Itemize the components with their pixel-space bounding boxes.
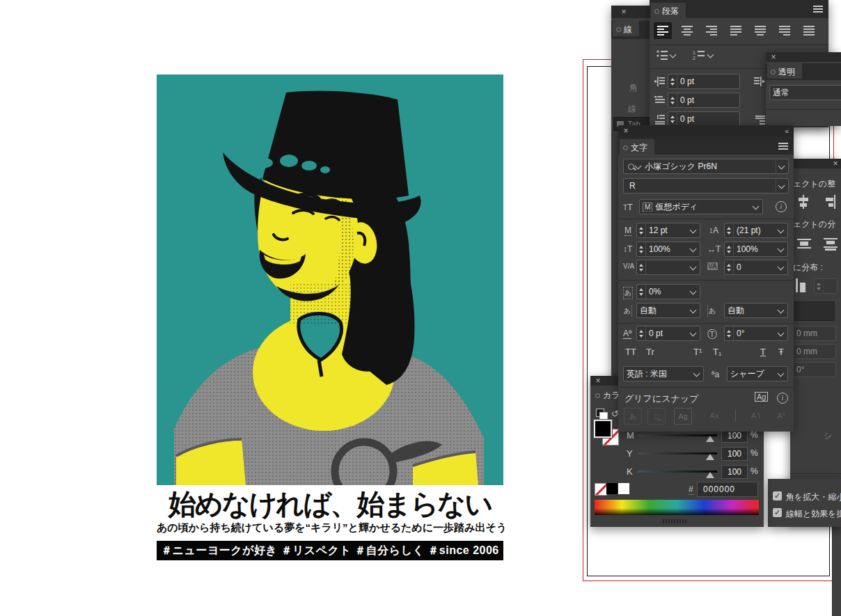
leading-field[interactable]: (21 pt) <box>724 223 788 238</box>
yellow-value[interactable]: 100 <box>721 447 748 461</box>
distribute-objects-label: ェクトの分 <box>793 219 835 230</box>
slider-handle[interactable] <box>706 472 714 478</box>
stepper[interactable] <box>668 93 677 107</box>
spacing-value-field[interactable] <box>814 278 838 294</box>
chevron-down-icon <box>707 51 714 58</box>
all-caps-button[interactable]: TT <box>625 347 636 357</box>
underline-button[interactable]: T <box>760 347 766 357</box>
slider-handle[interactable] <box>706 436 714 442</box>
tab-character[interactable]: 文字 <box>620 139 654 155</box>
snap-ag-icon[interactable]: Ag <box>755 392 768 402</box>
snap-option-icon[interactable]: Ax <box>706 408 723 423</box>
justify-all-button[interactable] <box>800 22 818 39</box>
white-swatch[interactable] <box>618 483 629 494</box>
align-right-edge-button[interactable] <box>824 195 836 211</box>
align-center-button[interactable] <box>678 22 696 39</box>
chevron-down-icon <box>690 329 697 336</box>
font-size-field[interactable]: 12 pt <box>636 223 700 238</box>
none-swatch[interactable] <box>595 483 607 496</box>
chevron-down-icon <box>778 226 785 233</box>
subscript-button[interactable]: T₁ <box>713 347 721 357</box>
black-swatch[interactable] <box>606 483 618 494</box>
black-value[interactable]: 100 <box>721 465 748 479</box>
distribute-vcenter-button[interactable] <box>797 237 811 253</box>
close-icon[interactable]: × <box>620 8 628 16</box>
stepper[interactable] <box>637 285 646 299</box>
bullet-list-button[interactable] <box>657 50 679 60</box>
kerning-field[interactable] <box>636 260 700 275</box>
close-icon[interactable]: × <box>769 53 778 61</box>
distribute-bottom-button[interactable] <box>824 237 838 253</box>
poster-artwork[interactable]: 始めなければ、始まらない あの頃から持ち続けている夢を“キラリ”と輝かせるために… <box>157 74 503 560</box>
stepper[interactable] <box>725 326 734 340</box>
stepper[interactable] <box>668 112 677 126</box>
panel-menu-icon[interactable] <box>778 143 788 150</box>
justify-last-left-button[interactable] <box>727 22 745 39</box>
magenta-slider[interactable] <box>638 434 717 436</box>
aki-left-select[interactable]: 自動 <box>636 303 700 318</box>
space-before-field[interactable]: 0 pt <box>668 111 740 127</box>
tab-stroke[interactable]: 線 <box>613 21 639 36</box>
em-box-select[interactable]: M 仮想ボディ <box>639 199 763 214</box>
aki-right-select[interactable]: 自動 <box>724 303 788 318</box>
font-family-select[interactable]: 小塚ゴシック Pr6N <box>623 159 789 174</box>
snap-option-icon[interactable]: A° <box>773 408 789 423</box>
illustrator-workspace: 始めなければ、始まらない あの頃から持ち続けている夢を“キラリ”と輝かせるために… <box>0 0 841 616</box>
panel-resize-grip[interactable] <box>663 519 686 523</box>
close-icon[interactable]: × <box>831 159 840 168</box>
font-style-select[interactable]: R <box>623 178 789 194</box>
align-left-button[interactable] <box>654 22 672 39</box>
scale-strokes-checkbox[interactable]: ✓ <box>773 508 782 517</box>
color-spectrum[interactable] <box>595 500 759 515</box>
close-icon[interactable]: × <box>594 377 602 385</box>
stepper[interactable] <box>725 223 734 237</box>
slider-handle[interactable] <box>706 454 714 460</box>
hex-field[interactable]: 000000 <box>697 482 758 497</box>
language-select[interactable]: 英語 : 米国 <box>623 366 704 381</box>
snap-option-icon[interactable]: あ <box>624 408 642 425</box>
stepper[interactable] <box>637 326 646 340</box>
chevron-down-icon <box>690 263 697 270</box>
stepper[interactable] <box>637 242 646 256</box>
stepper[interactable] <box>637 260 646 274</box>
align-right-button[interactable] <box>702 22 721 39</box>
close-icon[interactable]: × <box>622 127 630 135</box>
small-caps-button[interactable]: Tr <box>646 347 654 357</box>
snap-option-icon[interactable]: あ̲ <box>647 408 666 425</box>
info-icon[interactable]: i <box>776 201 787 212</box>
snap-option-icon[interactable]: A∖ <box>748 408 764 423</box>
numbered-list-button[interactable]: 12 <box>693 50 717 60</box>
panel-menu-icon[interactable] <box>813 6 823 13</box>
antialias-select[interactable]: シャープ <box>727 366 788 381</box>
tracking-field[interactable]: 0 <box>724 260 788 275</box>
first-line-indent-field[interactable]: 0 pt <box>668 93 740 108</box>
scale-corners-checkbox[interactable]: ✓ <box>773 491 782 500</box>
tsume-field[interactable]: 0% <box>636 284 700 299</box>
stepper[interactable] <box>725 260 734 274</box>
tab-transparency[interactable]: 透明 <box>767 63 802 79</box>
em-box-icon: TT <box>623 202 633 212</box>
superscript-button[interactable]: T¹ <box>693 347 702 357</box>
justify-last-right-button[interactable] <box>776 22 794 39</box>
distribute-spacing-button[interactable] <box>796 278 810 294</box>
fill-swatch[interactable] <box>594 420 612 438</box>
justify-last-center-button[interactable] <box>751 22 769 39</box>
stepper[interactable] <box>668 74 677 88</box>
vertical-scale-field[interactable]: 100% <box>636 242 700 257</box>
collapse-panel-icon[interactable]: « <box>785 127 788 135</box>
black-slider[interactable] <box>638 471 717 473</box>
stepper[interactable] <box>637 223 646 237</box>
info-icon[interactable]: i <box>777 393 788 404</box>
baseline-shift-field[interactable]: 0 pt <box>636 326 700 341</box>
strikethrough-button[interactable]: Ŧ <box>778 347 784 357</box>
align-vcenter-button[interactable] <box>797 195 810 211</box>
chevron-down-icon <box>778 329 785 336</box>
blend-mode-select[interactable]: 通常 <box>769 85 841 100</box>
snap-option-icon[interactable]: Ag <box>674 408 692 425</box>
tab-paragraph[interactable]: 段落 <box>651 3 686 18</box>
left-indent-field[interactable]: 0 pt <box>668 74 740 89</box>
yellow-slider[interactable] <box>638 452 717 455</box>
rotation-field[interactable]: 0° <box>724 326 788 341</box>
stepper[interactable] <box>725 242 734 256</box>
horizontal-scale-field[interactable]: 100% <box>724 242 788 257</box>
